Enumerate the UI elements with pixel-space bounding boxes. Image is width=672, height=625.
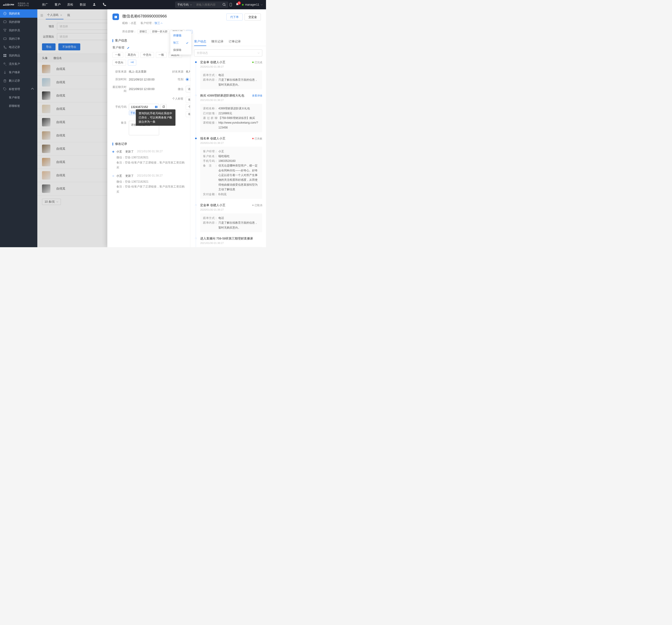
svg-rect-10 (3, 56, 5, 57)
manager-select[interactable]: 张三 (154, 21, 163, 25)
sidebar-item-3[interactable]: 我的订单 (0, 34, 37, 43)
columns-icon[interactable] (155, 105, 158, 108)
sidebar-sub[interactable]: 群聊标签 (0, 102, 37, 110)
activity-item: 购买 4399理财课进阶课程大礼包查看详情2021/01/30 01:38:27… (195, 94, 262, 136)
phone-duplicate-tooltip: 查询到此手机号码在系统中已存在，可以将两条客户数据合并为一条 (136, 109, 175, 126)
activity-item: 进入直播间 759-59班第三期理财直播课2021/01/30 01:38:27… (195, 236, 262, 247)
tab-chat[interactable]: 聊天记录 (211, 40, 223, 46)
svg-point-2 (223, 3, 225, 5)
logo: ☁云朵CRM 教育机构一站式服务云平台 (0, 2, 37, 7)
personal-tag[interactable]: 标签1 (186, 97, 190, 103)
manager-dropdown: 师馨薇张三俱保咏 (170, 31, 191, 55)
sidebar-item-9[interactable]: 标签管理 (0, 85, 37, 93)
gender-male[interactable]: 男 (186, 77, 190, 81)
manager-option[interactable]: 俱保咏 (170, 46, 191, 54)
nav-promotion[interactable]: 推广 (42, 3, 48, 7)
nav-data[interactable]: 数据 (80, 3, 86, 7)
manager-option[interactable]: 师馨薇 (170, 32, 191, 39)
svg-rect-4 (230, 3, 232, 6)
svg-point-15 (115, 17, 116, 17)
wechat-input[interactable] (186, 86, 190, 92)
tab-orders[interactable]: 订单记录 (229, 40, 241, 46)
edit-tags-icon[interactable] (127, 46, 130, 49)
modify-item: 小王更新了2021/01/30 01:38:27微信：空值-1367218282… (113, 149, 185, 173)
svg-rect-17 (156, 106, 157, 108)
notifications[interactable]: 5 (235, 3, 239, 7)
user-icon[interactable] (92, 3, 96, 6)
view-detail[interactable]: 查看详情 (252, 94, 262, 98)
left-sidebar: 我的好友我的群聊我的学员我的订单电话记录我的商品流失客户客户继承删人记录标签管理… (0, 9, 37, 247)
sidebar-sub[interactable]: 客户标签 (0, 93, 37, 102)
svg-rect-6 (3, 21, 6, 23)
deposit-button[interactable]: 交定金 (244, 14, 261, 21)
activity-filter[interactable]: 全部动态 (194, 49, 262, 56)
svg-rect-16 (155, 106, 156, 108)
notification-badge: 5 (238, 1, 241, 5)
group-chip[interactable]: 群聊三 (138, 29, 149, 34)
nav-qc[interactable]: 质检 (67, 3, 73, 7)
top-nav: 推广 客户 质检 数据 (37, 3, 106, 7)
sidebar-item-6[interactable]: 流失客户 (0, 60, 37, 68)
svg-rect-13 (4, 80, 6, 82)
personal-tag[interactable]: 个人标签12 (186, 104, 190, 110)
svg-rect-14 (115, 16, 117, 18)
customer-icon (113, 14, 119, 20)
svg-point-12 (4, 63, 5, 64)
mobile-icon[interactable] (229, 3, 233, 6)
modify-item: 小王更新了2021/01/30 01:38:27微信：空值-1367218282… (113, 173, 185, 197)
phone-icon[interactable] (103, 3, 106, 6)
svg-rect-7 (3, 38, 6, 40)
activity-item: 定金单 创建人小王已取消2020/01/30 01:38:27跟单方式：电话跟单… (195, 203, 262, 236)
sidebar-item-0[interactable]: 我的好友 (0, 9, 37, 18)
activity-item: 定金单 创建人小王已完成2020/01/30 01:38:27跟单方式：电话跟单… (195, 60, 262, 94)
personal-tag[interactable]: 标签1 (186, 111, 190, 117)
current-user[interactable]: manager11 (242, 3, 263, 6)
app-header: ☁云朵CRM 教育机构一站式服务云平台 推广 客户 质检 数据 手机号码 5 m… (0, 0, 266, 9)
drawer-title: 微信名称6789990000966 (122, 14, 223, 19)
customer-tag[interactable]: 中意向 (113, 60, 126, 66)
activity-item: 报名单 创建人小王已失败2020/01/30 01:38:27客户经理：小王客户… (195, 136, 262, 203)
search-icon[interactable] (222, 3, 226, 6)
customer-tag[interactable]: 中意向 (141, 52, 154, 58)
header-search: 手机号码 (175, 2, 226, 8)
sidebar-item-7[interactable]: 客户继承 (0, 68, 37, 76)
sidebar-item-4[interactable]: 电话记录 (0, 43, 37, 51)
customer-tag[interactable]: 高意向 (125, 52, 139, 58)
copy-phone-button[interactable] (161, 104, 167, 110)
tab-activity[interactable]: 客户动态 (194, 40, 206, 46)
manager-option[interactable]: 张三 (170, 39, 191, 46)
sidebar-item-2[interactable]: 我的学员 (0, 26, 37, 34)
svg-point-1 (94, 3, 95, 4)
svg-rect-9 (5, 54, 6, 55)
svg-line-3 (225, 5, 225, 6)
svg-text:☁云朵CRM: ☁云朵CRM (3, 3, 14, 6)
search-type-select[interactable]: 手机号码 (175, 2, 194, 8)
status-dot (242, 4, 244, 6)
group-chip[interactable]: 群聊一群大群 (150, 29, 169, 34)
sidebar-item-8[interactable]: 删人记录 (0, 76, 37, 85)
sidebar-item-5[interactable]: 我的商品 (0, 51, 37, 60)
customer-drawer: 微信名称6789990000966 昵称：小王 客户经理：张三 师馨薇张三俱保咏… (107, 9, 266, 247)
customer-tag[interactable]: 一般 (113, 52, 123, 58)
sidebar-item-1[interactable]: 我的群聊 (0, 18, 37, 26)
tag-more[interactable]: +4 (128, 60, 136, 66)
section-modify: 修改记录 (113, 142, 185, 146)
proxy-order-button[interactable]: 代下单 (226, 14, 243, 21)
svg-rect-11 (5, 56, 6, 57)
svg-rect-8 (3, 54, 5, 55)
nav-customer[interactable]: 客户 (55, 3, 61, 7)
customer-tag[interactable]: 一般 (156, 52, 167, 58)
